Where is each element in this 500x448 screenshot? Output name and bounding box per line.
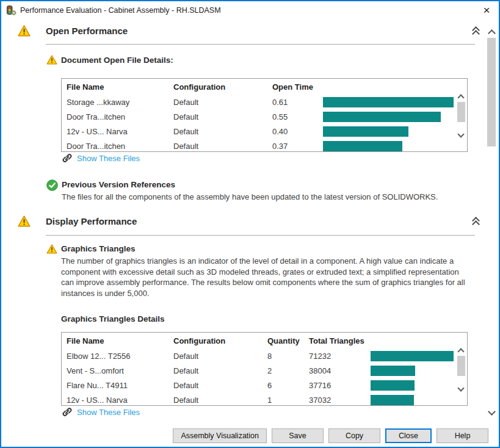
open-file-details-table: File NameConfigurationOpen Time Storage … xyxy=(61,78,468,152)
table-row[interactable]: 12v - US... NarvaDefault137032 xyxy=(62,392,467,406)
value-cell: 0.40 xyxy=(272,127,323,136)
previous-version-text: The files for all the components of the … xyxy=(62,192,483,203)
value-bar xyxy=(371,366,454,376)
previous-version-title: Previous Version References xyxy=(62,180,175,189)
config-cell: Default xyxy=(173,127,272,136)
success-check-icon xyxy=(46,179,58,193)
table-row[interactable]: 12v - US... NarvaDefault0.40 xyxy=(62,124,467,139)
scroll-down-icon[interactable] xyxy=(456,131,466,139)
show-these-files-label: Show These Files xyxy=(77,408,140,417)
file-cell: Vent - S...omfort xyxy=(67,366,173,375)
column-header: Total Triangles xyxy=(309,336,371,345)
config-cell: Default xyxy=(173,142,272,151)
close-icon[interactable]: × xyxy=(478,3,495,18)
titlebar: Performance Evaluation - Cabinet Assembl… xyxy=(1,1,499,20)
table-row[interactable]: Elbow 12... T2556Default871232 xyxy=(62,349,467,363)
footer-button-bar: Assembly VisualizationSaveCopyCloseHelp xyxy=(0,428,488,443)
table-header: File NameConfigurationOpen Time xyxy=(62,79,467,95)
config-cell: Default xyxy=(173,98,272,107)
traffic-light-icon xyxy=(6,5,16,16)
value-bar xyxy=(323,126,454,137)
column-header: File Name xyxy=(67,82,173,92)
section-title-display-performance: Display Performance xyxy=(46,216,137,226)
value-bar xyxy=(323,97,454,107)
table-row[interactable]: Storage ...kkawayDefault0.61 xyxy=(62,95,467,109)
scroll-up-icon[interactable] xyxy=(486,27,497,37)
table-header: File NameConfigurationQuantityTotal Tria… xyxy=(62,333,467,349)
graphics-triangles-description: The number of graphics triangles is an i… xyxy=(61,256,474,298)
warning-icon xyxy=(18,215,31,229)
collapse-chevron-icon[interactable] xyxy=(471,26,483,37)
column-header: File Name xyxy=(67,336,173,345)
table-row[interactable]: Door Tra...itchenDefault0.55 xyxy=(62,109,467,124)
show-these-files-label: Show These Files xyxy=(77,154,140,163)
column-header: Configuration xyxy=(173,82,272,92)
value-bar xyxy=(371,395,454,405)
file-cell: Door Tra...itchen xyxy=(67,112,173,121)
config-cell: Default xyxy=(173,381,267,390)
warning-icon xyxy=(18,25,31,39)
config-cell: Default xyxy=(173,112,272,121)
section-divider xyxy=(46,235,475,236)
file-cell: Flare Nu... T4911 xyxy=(67,381,173,390)
open-file-details-title: Document Open File Details: xyxy=(61,56,173,65)
table-scrollbar[interactable] xyxy=(456,346,466,393)
column-header: Configuration xyxy=(173,336,267,345)
file-cell: Door Tra...itchen xyxy=(67,142,173,151)
close-button[interactable]: Close xyxy=(385,428,432,443)
table-scrollbar[interactable] xyxy=(456,92,466,139)
value-bar xyxy=(323,112,454,122)
value-cell: 71232 xyxy=(309,352,371,361)
qty-cell: 6 xyxy=(267,381,309,390)
config-cell: Default xyxy=(173,352,267,361)
value-bar xyxy=(371,351,454,361)
config-cell: Default xyxy=(173,366,267,375)
graphics-triangles-table: File NameConfigurationQuantityTotal Tria… xyxy=(61,332,468,406)
qty-cell: 8 xyxy=(267,352,309,361)
help-button[interactable]: Help xyxy=(437,428,488,443)
value-cell: 37716 xyxy=(309,381,371,390)
value-bar xyxy=(323,141,454,151)
value-cell: 0.61 xyxy=(272,98,323,107)
graphics-triangles-details-title: Graphics Triangles Details xyxy=(61,314,165,323)
qty-cell: 1 xyxy=(267,396,309,405)
vertical-scrollbar[interactable] xyxy=(486,27,497,417)
warning-icon xyxy=(46,55,57,67)
collapse-chevron-icon[interactable] xyxy=(471,217,483,228)
value-cell: 0.55 xyxy=(272,112,323,121)
table-row[interactable]: Flare Nu... T4911Default637716 xyxy=(62,378,467,392)
scroll-up-icon[interactable] xyxy=(456,92,466,101)
section-title-open-performance: Open Performance xyxy=(46,26,128,36)
value-bar xyxy=(371,380,454,391)
qty-cell: 2 xyxy=(267,366,309,375)
file-cell: Elbow 12... T2556 xyxy=(67,352,173,361)
assembly-visualization-button[interactable]: Assembly Visualization xyxy=(173,428,267,443)
window-title: Performance Evaluation - Cabinet Assembl… xyxy=(20,6,221,15)
scrollbar-thumb[interactable] xyxy=(457,102,465,122)
scroll-up-icon[interactable] xyxy=(456,346,466,355)
value-cell: 0.37 xyxy=(272,142,323,151)
scrollbar-thumb[interactable] xyxy=(457,356,465,376)
graphics-triangles-title: Graphics Triangles xyxy=(61,244,136,253)
column-header: Quantity xyxy=(267,336,309,345)
scroll-down-icon[interactable] xyxy=(456,385,466,393)
chain-link-icon xyxy=(62,406,73,417)
table-row[interactable]: Vent - S...omfortDefault238004 xyxy=(62,363,467,378)
save-button[interactable]: Save xyxy=(272,428,324,443)
chain-link-icon xyxy=(62,153,73,164)
config-cell: Default xyxy=(173,396,267,405)
performance-evaluation-dialog: Performance Evaluation - Cabinet Assembl… xyxy=(0,0,500,448)
file-cell: 12v - US... Narva xyxy=(67,127,173,136)
value-cell: 38004 xyxy=(309,366,371,375)
column-header: Open Time xyxy=(272,82,323,92)
scroll-down-icon[interactable] xyxy=(486,408,497,417)
file-cell: 12v - US... Narva xyxy=(67,396,173,405)
value-cell: 37032 xyxy=(309,396,371,405)
warning-icon xyxy=(46,244,57,256)
show-these-files-link[interactable]: Show These Files xyxy=(62,406,140,417)
table-row[interactable]: Door Tra...itchenDefault0.37 xyxy=(62,139,467,152)
copy-button[interactable]: Copy xyxy=(328,428,380,443)
scrollbar-thumb[interactable] xyxy=(487,38,496,146)
section-divider xyxy=(46,44,475,45)
show-these-files-link[interactable]: Show These Files xyxy=(62,153,140,164)
